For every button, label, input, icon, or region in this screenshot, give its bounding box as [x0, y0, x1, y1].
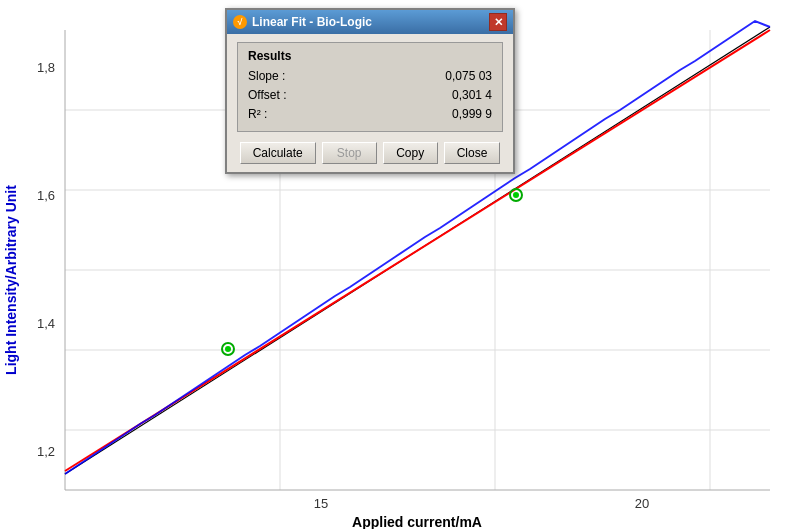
offset-label: Offset :	[248, 86, 308, 105]
app-icon: √	[233, 15, 247, 29]
dialog-buttons: Calculate Stop Copy Close	[237, 140, 503, 164]
offset-row: Offset : 0,301 4	[248, 86, 492, 105]
dialog-titlebar: √ Linear Fit - Bio-Logic ✕	[227, 10, 513, 34]
results-title: Results	[248, 49, 492, 63]
slope-row: Slope : 0,075 03	[248, 67, 492, 86]
svg-text:Light Intensity/Arbitrary Unit: Light Intensity/Arbitrary Unit	[3, 185, 19, 375]
svg-text:1,2: 1,2	[37, 444, 55, 459]
results-box: Results Slope : 0,075 03 Offset : 0,301 …	[237, 42, 503, 132]
offset-value: 0,301 4	[412, 86, 492, 105]
r2-value: 0,999 9	[412, 105, 492, 124]
svg-text:Applied current/mA: Applied current/mA	[352, 514, 482, 529]
r2-label: R² :	[248, 105, 308, 124]
copy-button[interactable]: Copy	[383, 142, 438, 164]
close-button[interactable]: Close	[444, 142, 501, 164]
slope-value: 0,075 03	[412, 67, 492, 86]
svg-point-14	[225, 346, 231, 352]
dialog-title: Linear Fit - Bio-Logic	[252, 15, 372, 29]
linear-fit-dialog: √ Linear Fit - Bio-Logic ✕ Results Slope…	[225, 8, 515, 174]
dialog-close-icon[interactable]: ✕	[489, 13, 507, 31]
svg-text:15: 15	[314, 496, 328, 511]
stop-button[interactable]: Stop	[322, 142, 377, 164]
calculate-button[interactable]: Calculate	[240, 142, 316, 164]
svg-text:1,6: 1,6	[37, 188, 55, 203]
svg-text:1,4: 1,4	[37, 316, 55, 331]
slope-label: Slope :	[248, 67, 308, 86]
r2-row: R² : 0,999 9	[248, 105, 492, 124]
svg-text:1,8: 1,8	[37, 60, 55, 75]
dialog-body: Results Slope : 0,075 03 Offset : 0,301 …	[227, 34, 513, 172]
svg-text:20: 20	[635, 496, 649, 511]
svg-point-16	[513, 192, 519, 198]
